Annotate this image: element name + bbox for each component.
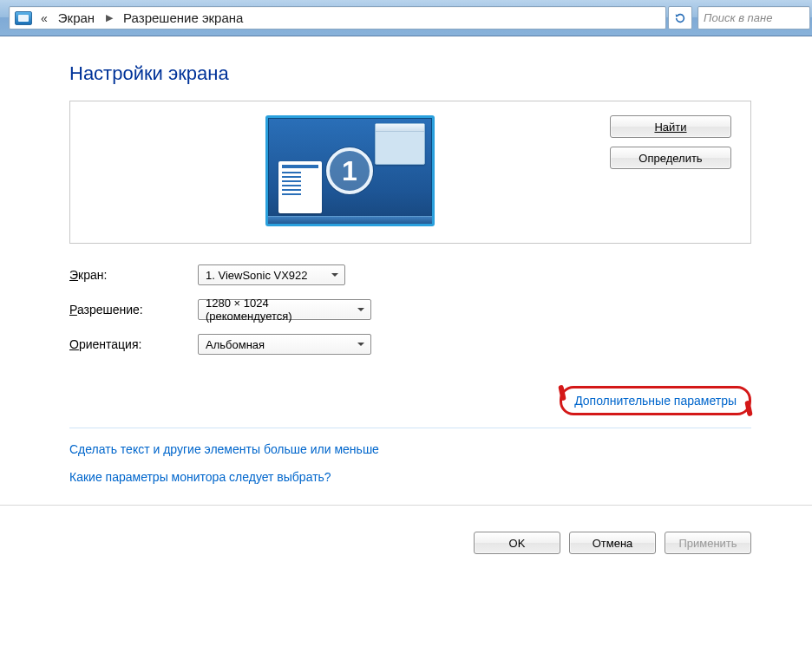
refresh-icon	[674, 12, 686, 24]
refresh-button[interactable]	[668, 6, 692, 29]
search-input[interactable]: Поиск в пане	[697, 6, 810, 29]
text-size-link[interactable]: Сделать текст и другие элементы больше и…	[69, 442, 751, 456]
separator	[69, 428, 751, 428]
resolution-combobox[interactable]: 1280 × 1024 (рекомендуется)	[198, 299, 371, 320]
preview-document-icon	[278, 161, 322, 213]
preview-taskbar-icon	[268, 216, 432, 224]
breadcrumb-resolution[interactable]: Разрешение экрана	[116, 7, 251, 29]
page-title: Настройки экрана	[69, 62, 751, 85]
dialog-buttons: OK Отмена Применить	[69, 532, 751, 554]
address-bar: « Экран ▶ Разрешение экрана Поиск в пане	[0, 0, 812, 36]
breadcrumb-screen[interactable]: Экран	[51, 7, 102, 29]
control-panel-icon	[15, 11, 32, 25]
orientation-label: Ориентация:	[69, 337, 198, 351]
screen-label: Экран:	[69, 268, 198, 282]
breadcrumb-sep-icon: ▶	[102, 12, 116, 23]
back-chevrons[interactable]: «	[37, 11, 51, 25]
preview-window-icon	[375, 123, 425, 165]
resolution-label: Разрешение:	[69, 303, 198, 317]
monitor-number-badge: 1	[326, 147, 373, 194]
footer-separator	[0, 505, 812, 506]
apply-button[interactable]: Применить	[665, 532, 751, 554]
highlight-annotation: Дополнительные параметры	[560, 386, 751, 415]
cancel-button[interactable]: Отмена	[569, 532, 656, 554]
orientation-combobox[interactable]: Альбомная	[198, 334, 371, 355]
screen-combobox[interactable]: 1. ViewSonic VX922	[198, 264, 345, 285]
which-settings-link[interactable]: Какие параметры монитора следует выбрать…	[69, 470, 751, 484]
monitor-preview-panel: 1 Найти Определить	[69, 101, 751, 244]
breadcrumb-bar[interactable]: « Экран ▶ Разрешение экрана	[9, 6, 666, 29]
ok-button[interactable]: OK	[474, 532, 560, 554]
monitor-thumbnail[interactable]: 1	[265, 115, 435, 226]
advanced-settings-link[interactable]: Дополнительные параметры	[567, 390, 743, 411]
detect-button[interactable]: Определить	[610, 147, 731, 169]
find-button[interactable]: Найти	[610, 115, 731, 138]
